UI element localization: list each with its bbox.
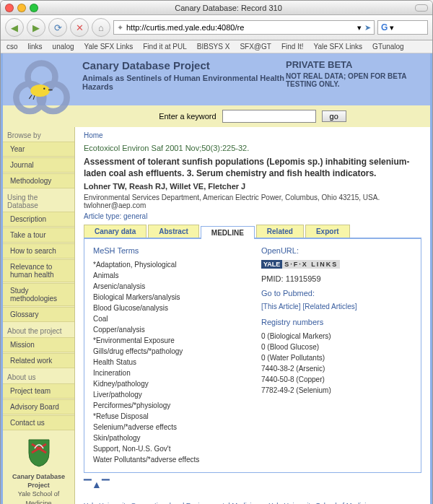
back-button[interactable]: ◀ xyxy=(5,18,24,37)
bookmark-item[interactable]: unalog xyxy=(53,43,74,51)
sidebar-item[interactable]: Contact us xyxy=(3,415,74,430)
sidebar: Browse byYearJournalMethodologyUsing the… xyxy=(3,127,75,504)
tab-export[interactable]: Export xyxy=(305,225,350,238)
sidebar-group-label: About the project xyxy=(3,323,74,337)
pubmed-this-article[interactable]: [This Article] xyxy=(261,303,300,310)
sidebar-item[interactable]: Study methodologies xyxy=(3,283,74,306)
titlebar: Canary Database: Record 310 xyxy=(1,1,432,15)
search-dropdown-icon[interactable]: ▾ xyxy=(390,23,394,32)
mesh-term: Kidney/pathology xyxy=(93,378,244,389)
registry-heading: Registry numbers xyxy=(261,318,412,326)
sidebar-item[interactable]: Take a tour xyxy=(3,227,74,243)
bookmark-item[interactable]: links xyxy=(28,43,43,51)
sidebar-group-label: Using the Database xyxy=(3,189,74,212)
tabs: Canary dataAbstractMEDLINERelatedExport xyxy=(84,225,421,239)
bookmark-item[interactable]: Find It! xyxy=(281,43,304,51)
article-type: Article type: general xyxy=(84,212,421,220)
bookmark-item[interactable]: SFX@GT xyxy=(240,43,271,51)
back-to-top-icon[interactable]: ▔▲▔ xyxy=(84,479,421,490)
mesh-term: *Refuse Disposal xyxy=(93,411,244,422)
bookmark-item[interactable]: BIBSYS X xyxy=(197,43,230,51)
browser-search[interactable]: G ▾ xyxy=(377,20,428,35)
footer-link-occmed[interactable]: Yale University Occupational and Environ… xyxy=(84,501,259,504)
bookmark-item[interactable]: Yale SFX Links xyxy=(84,43,134,51)
goto-pubmed: Go to Pubmed: xyxy=(261,289,412,297)
mesh-term: Animals xyxy=(93,270,244,281)
mesh-term: Water Pollutants/*adverse effects xyxy=(93,454,244,465)
tab-abstract[interactable]: Abstract xyxy=(148,225,199,238)
tab-medline[interactable]: MEDLINE xyxy=(201,226,255,239)
pmid-value: 11915959 xyxy=(286,274,321,283)
tab-content-medline: MeSH Terms *Adaptation, PhysiologicalAni… xyxy=(84,239,421,473)
dropdown-icon[interactable]: ▾ xyxy=(357,23,362,32)
org-info: Canary Database Project Yale School of M… xyxy=(3,431,74,504)
sidebar-item[interactable]: Description xyxy=(3,212,74,227)
mesh-term: Health Status xyxy=(93,357,244,368)
beta-sub: NOT REAL DATA; OPEN FOR BETA TESTING ONL… xyxy=(286,72,423,88)
affiliation: Environmental Services Department, Ameri… xyxy=(84,194,421,209)
mesh-term: Coal xyxy=(93,313,244,324)
mesh-term: Biological Markers/analysis xyxy=(93,292,244,303)
minimize-icon[interactable] xyxy=(17,4,26,12)
stop-button[interactable]: ✕ xyxy=(70,18,89,37)
registry-item: 7440-38-2 (Arsenic) xyxy=(261,363,412,374)
zoom-icon[interactable] xyxy=(30,4,38,12)
sidebar-item[interactable]: Advisory Board xyxy=(3,399,74,414)
sidebar-item[interactable]: Project team xyxy=(3,383,74,399)
tab-related[interactable]: Related xyxy=(256,225,304,238)
registry-item: 7440-50-8 (Copper) xyxy=(261,374,412,385)
article-title: Assessment of tolerant sunfish populatio… xyxy=(84,157,421,179)
mesh-term: Perciformes/*physiology xyxy=(93,400,244,411)
svg-point-5 xyxy=(43,87,45,89)
sidebar-item[interactable]: Methodology xyxy=(3,173,74,188)
site-header: Canary Database Project Animals as Senti… xyxy=(3,53,430,105)
sidebar-item[interactable]: Journal xyxy=(3,157,74,173)
go-icon[interactable]: ➤ xyxy=(364,23,371,32)
openurl-badge[interactable]: YALES·F·X LINKS xyxy=(261,259,412,269)
bookmark-item[interactable]: Yale SFX Links xyxy=(313,43,362,51)
sidebar-group-label: About us xyxy=(3,369,74,383)
mesh-term: Arsenic/analysis xyxy=(93,281,244,292)
sidebar-item[interactable]: Related work xyxy=(3,353,74,368)
mesh-term: Blood Glucose/analysis xyxy=(93,303,244,313)
bookmark-item[interactable]: Find it at PUL xyxy=(143,43,187,51)
bookmark-item[interactable]: cso xyxy=(6,43,18,51)
citation: Ecotoxicol Environ Saf 2001 Nov;50(3):22… xyxy=(84,144,421,152)
sidebar-item[interactable]: Glossary xyxy=(3,307,74,322)
mesh-term: *Environmental Exposure xyxy=(93,335,244,346)
footer-link-ysm[interactable]: Yale University School of Medicine xyxy=(268,501,374,504)
sidebar-item[interactable]: Relevance to human health xyxy=(3,259,74,282)
beta-label: PRIVATE BETA xyxy=(286,59,423,70)
home-button[interactable]: ⌂ xyxy=(92,18,110,37)
url-text: http://curtis.med.yale.edu:4080/re xyxy=(126,23,354,32)
sidebar-item[interactable]: Mission xyxy=(3,337,74,352)
pubmed-related[interactable]: [Related Articles] xyxy=(303,303,357,310)
svg-point-4 xyxy=(30,84,50,97)
go-button[interactable]: go xyxy=(322,110,346,122)
sidebar-item[interactable]: Year xyxy=(3,142,74,157)
openurl-label: OpenURL: xyxy=(261,246,412,255)
mesh-term: Skin/pathology xyxy=(93,433,244,443)
registry-item: 7782-49-2 (Selenium) xyxy=(261,385,412,396)
biohazard-logo xyxy=(7,56,76,125)
url-bar[interactable]: ✦ http://curtis.med.yale.edu:4080/re ▾ ➤ xyxy=(113,20,375,35)
toolbar-toggle-icon[interactable] xyxy=(415,4,428,12)
google-icon: G xyxy=(381,22,388,32)
mesh-heading: MeSH Terms xyxy=(93,246,244,255)
mesh-term: Copper/analysis xyxy=(93,324,244,335)
keyword-label: Enter a keyword xyxy=(159,112,216,121)
keyword-input[interactable] xyxy=(222,110,316,123)
authors: Lohner TW, Reash RJ, Willet VE, Fletcher… xyxy=(84,182,421,191)
site-title: Canary Database Project xyxy=(82,59,286,71)
breadcrumb[interactable]: Home xyxy=(84,131,421,139)
sidebar-item[interactable]: How to search xyxy=(3,243,74,258)
close-icon[interactable] xyxy=(5,4,14,12)
forward-button[interactable]: ▶ xyxy=(27,18,45,37)
footer: Yale University Occupational and Environ… xyxy=(84,500,421,504)
reload-button[interactable]: ⟳ xyxy=(48,18,67,37)
bookmarks-bar: csolinksunalogYale SFX LinksFind it at P… xyxy=(1,40,432,53)
registry-item: 0 (Water Pollutants) xyxy=(261,352,412,363)
bookmark-item[interactable]: GTunalog xyxy=(372,43,404,51)
mesh-term: Support, Non-U.S. Gov't xyxy=(93,443,244,454)
tab-canary-data[interactable]: Canary data xyxy=(84,225,146,238)
